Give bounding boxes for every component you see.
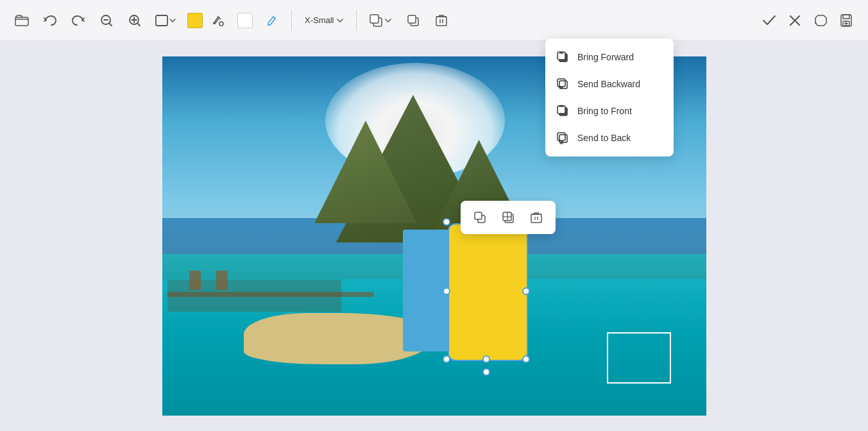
send-to-back-label: Send to Back — [577, 133, 631, 143]
toolbar-divider-1 — [291, 10, 292, 31]
send-backward-label: Send Backward — [577, 79, 640, 89]
duplicate-toolbar-button[interactable] — [402, 9, 425, 32]
handle-mr[interactable] — [522, 287, 530, 295]
handle-bl[interactable] — [443, 355, 450, 363]
handle-ml[interactable] — [443, 287, 450, 295]
bring-forward-item[interactable]: Bring Forward — [545, 44, 674, 71]
toolbar-divider-2 — [356, 10, 357, 31]
repeat-button[interactable] — [809, 9, 832, 32]
svg-rect-8 — [156, 15, 167, 26]
bring-forward-label: Bring Forward — [577, 52, 634, 62]
hut-post-2 — [216, 271, 228, 290]
stroke-color-button[interactable] — [235, 9, 255, 32]
svg-rect-14 — [436, 17, 447, 26]
zoom-in-button[interactable] — [123, 9, 146, 32]
svg-rect-29 — [531, 214, 541, 223]
svg-line-7 — [137, 23, 140, 26]
send-to-back-icon — [556, 131, 570, 145]
svg-rect-11 — [370, 15, 379, 23]
right-toolbar — [758, 9, 858, 32]
svg-rect-13 — [408, 15, 416, 23]
bring-forward-icon — [556, 50, 570, 64]
send-to-back-item[interactable]: Send to Back — [545, 124, 674, 151]
white-outline-rect[interactable] — [607, 332, 671, 384]
handle-bc[interactable] — [482, 355, 490, 363]
size-dropdown[interactable]: X-Small — [300, 13, 348, 28]
fill-color-swatch — [187, 13, 203, 28]
size-label: X-Small — [305, 15, 334, 25]
mini-delete-button[interactable] — [525, 206, 548, 229]
save-button[interactable] — [835, 9, 858, 32]
svg-point-9 — [219, 22, 223, 26]
svg-rect-0 — [15, 17, 28, 26]
svg-line-3 — [109, 23, 112, 26]
layer-arrange-button[interactable] — [364, 12, 396, 30]
send-backward-icon — [556, 77, 570, 91]
hut-post-1 — [189, 271, 201, 290]
shape-tool-button[interactable] — [151, 12, 180, 29]
zoom-out-button[interactable] — [95, 9, 118, 32]
mini-copy-button[interactable] — [468, 206, 491, 229]
redo-button[interactable] — [67, 9, 90, 32]
svg-rect-19 — [843, 15, 849, 19]
stroke-color-swatch — [237, 13, 253, 28]
fill-color-button[interactable] — [185, 9, 205, 32]
handle-extend[interactable] — [482, 368, 490, 376]
undo-button[interactable] — [38, 9, 62, 32]
bring-to-front-label: Bring to Front — [577, 106, 632, 116]
layer-dropdown-menu: Bring Forward Send Backward Bring to Fro… — [545, 38, 674, 156]
mini-toolbar — [461, 201, 556, 234]
bring-to-front-item[interactable]: Bring to Front — [545, 97, 674, 124]
mini-duplicate-button[interactable] — [497, 206, 520, 229]
bring-to-front-icon — [556, 104, 570, 118]
handle-tl[interactable] — [443, 218, 450, 226]
draw-tool-button[interactable] — [260, 9, 284, 32]
fill-paint-button[interactable] — [207, 9, 230, 32]
main-toolbar: X-Small — [0, 0, 868, 41]
yellow-rectangle[interactable] — [448, 223, 528, 361]
svg-rect-24 — [475, 212, 482, 219]
send-backward-item[interactable]: Send Backward — [545, 71, 674, 97]
confirm-button[interactable] — [758, 9, 781, 32]
cancel-button[interactable] — [783, 9, 806, 32]
canvas-area — [0, 41, 868, 431]
delete-toolbar-button[interactable] — [430, 9, 453, 32]
open-button[interactable] — [10, 9, 33, 32]
handle-br[interactable] — [522, 355, 530, 363]
